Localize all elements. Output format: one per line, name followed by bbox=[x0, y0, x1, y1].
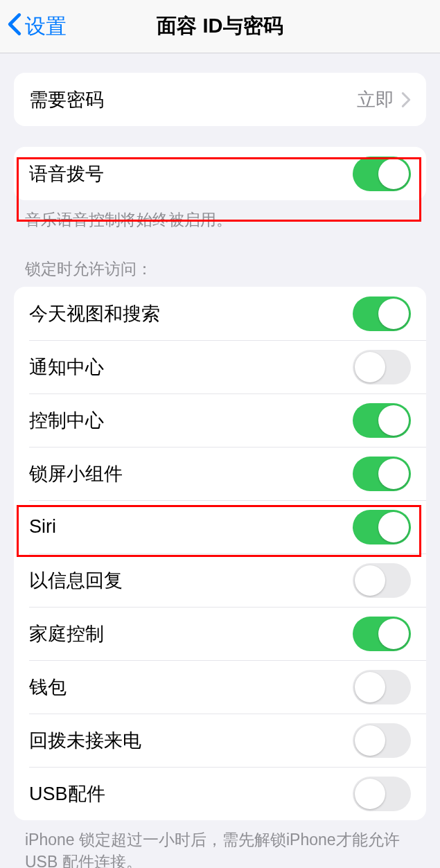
row-lock-item: 家庭控制 bbox=[14, 607, 426, 660]
toggle-lock-item[interactable] bbox=[353, 777, 411, 811]
group-voice-dial: 语音拨号 bbox=[14, 147, 426, 200]
lock-access-footer: iPhone 锁定超过一小时后，需先解锁iPhone才能允许USB 配件连接。 bbox=[0, 820, 440, 868]
lock-item-label: 控制中心 bbox=[29, 408, 104, 433]
lock-item-label: Siri bbox=[29, 516, 56, 538]
back-button[interactable]: 设置 bbox=[7, 12, 67, 41]
group-lock-access: 今天视图和搜索通知中心控制中心锁屏小组件Siri以信息回复家庭控制钱包回拨未接来… bbox=[14, 287, 426, 820]
row-lock-item: 今天视图和搜索 bbox=[14, 287, 426, 340]
page-title: 面容 ID与密码 bbox=[157, 12, 283, 40]
toggle-lock-item[interactable] bbox=[353, 350, 411, 384]
lock-item-label: 通知中心 bbox=[29, 355, 104, 380]
toggle-lock-item[interactable] bbox=[353, 510, 411, 544]
toggle-lock-item[interactable] bbox=[353, 563, 411, 598]
toggle-voice-dial[interactable] bbox=[353, 157, 411, 191]
toggle-lock-item[interactable] bbox=[353, 296, 411, 331]
lock-access-header: 锁定时允许访问： bbox=[0, 231, 440, 287]
lock-item-label: 回拨未接来电 bbox=[29, 728, 141, 753]
chevron-right-icon bbox=[401, 91, 411, 108]
toggle-lock-item[interactable] bbox=[353, 403, 411, 438]
toggle-lock-item[interactable] bbox=[353, 457, 411, 491]
voice-dial-footer: 音乐语音控制将始终被启用。 bbox=[0, 200, 440, 231]
row-lock-item: 控制中心 bbox=[14, 393, 426, 447]
group-require-passcode: 需要密码 立即 bbox=[14, 73, 426, 126]
row-lock-item: 以信息回复 bbox=[14, 553, 426, 607]
row-lock-item: Siri bbox=[14, 500, 426, 553]
toggle-lock-item[interactable] bbox=[353, 670, 411, 705]
row-voice-dial: 语音拨号 bbox=[14, 147, 426, 200]
lock-item-label: 锁屏小组件 bbox=[29, 461, 123, 486]
row-lock-item: USB配件 bbox=[14, 767, 426, 820]
require-passcode-value: 立即 bbox=[357, 87, 394, 112]
require-passcode-label: 需要密码 bbox=[29, 87, 104, 112]
lock-item-label: 钱包 bbox=[29, 675, 67, 700]
toggle-lock-item[interactable] bbox=[353, 617, 411, 651]
row-lock-item: 通知中心 bbox=[14, 340, 426, 393]
chevron-left-icon bbox=[7, 12, 22, 41]
row-require-passcode[interactable]: 需要密码 立即 bbox=[14, 73, 426, 126]
lock-item-label: 今天视图和搜索 bbox=[29, 301, 160, 326]
lock-item-label: 以信息回复 bbox=[29, 568, 123, 593]
lock-item-label: 家庭控制 bbox=[29, 621, 104, 646]
row-lock-item: 锁屏小组件 bbox=[14, 447, 426, 500]
row-lock-item: 钱包 bbox=[14, 660, 426, 714]
voice-dial-label: 语音拨号 bbox=[29, 161, 104, 186]
toggle-lock-item[interactable] bbox=[353, 723, 411, 758]
row-lock-item: 回拨未接来电 bbox=[14, 714, 426, 767]
navbar: 设置 面容 ID与密码 bbox=[0, 0, 440, 53]
back-label: 设置 bbox=[25, 12, 67, 41]
lock-item-label: USB配件 bbox=[29, 781, 105, 806]
